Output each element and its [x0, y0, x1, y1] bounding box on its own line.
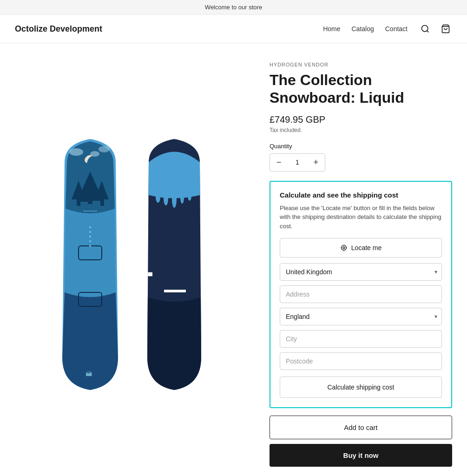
- country-select-wrapper: United Kingdom United States Germany Fra…: [280, 263, 442, 281]
- shipping-calculator: Calculate and see the shipping cost Plea…: [270, 181, 452, 409]
- quantity-control: − 1 +: [270, 153, 325, 172]
- product-images: 🏔: [15, 62, 247, 467]
- svg-point-32: [180, 192, 184, 204]
- quantity-decrease[interactable]: −: [270, 154, 288, 171]
- search-icon: [421, 24, 430, 33]
- calculate-shipping-button[interactable]: Calculate shipping cost: [280, 377, 442, 398]
- svg-point-24: [89, 240, 91, 242]
- svg-point-26: [89, 231, 91, 233]
- banner-text: Welcome to our store: [205, 4, 262, 11]
- svg-point-23: [89, 236, 91, 238]
- country-select[interactable]: United Kingdom United States Germany Fra…: [280, 263, 442, 281]
- product-title: The Collection Snowboard: Liquid: [270, 71, 452, 107]
- site-logo[interactable]: Octolize Development: [15, 24, 102, 34]
- cart-icon: [441, 24, 450, 33]
- svg-text:🏔: 🏔: [86, 370, 92, 377]
- postcode-input[interactable]: [280, 352, 442, 370]
- svg-point-37: [341, 245, 346, 251]
- svg-point-33: [188, 192, 191, 201]
- svg-text:liquid: liquid: [137, 223, 152, 305]
- svg-rect-9: [88, 195, 92, 204]
- buy-now-label: Buy it now: [343, 451, 379, 459]
- product-price: £749.95 GBP: [270, 114, 452, 125]
- quantity-value: 1: [288, 159, 307, 166]
- shipping-calc-description: Please use the 'Locate me' button or fil…: [280, 204, 442, 231]
- quantity-label: Quantity: [270, 143, 452, 150]
- search-button[interactable]: [419, 22, 432, 35]
- tax-note: Tax included.: [270, 127, 452, 133]
- svg-point-20: [69, 148, 83, 156]
- quantity-increase[interactable]: +: [307, 154, 325, 171]
- calculate-shipping-label: Calculate shipping cost: [328, 383, 395, 391]
- nav-catalog[interactable]: Catalog: [351, 25, 374, 33]
- svg-point-29: [156, 192, 160, 203]
- location-icon: [340, 244, 348, 251]
- svg-point-0: [422, 26, 428, 32]
- svg-point-27: [89, 226, 91, 228]
- main-nav: Home Catalog Contact: [323, 25, 408, 33]
- header: Octolize Development Home Catalog Contac…: [0, 15, 467, 43]
- address-input[interactable]: [280, 285, 442, 303]
- nav-contact[interactable]: Contact: [385, 25, 408, 33]
- buy-now-button[interactable]: Buy it now: [270, 444, 452, 467]
- snowboard-image: 🏔: [51, 134, 211, 395]
- top-banner: Welcome to our store: [0, 0, 467, 15]
- add-to-cart-label: Add to cart: [344, 423, 378, 431]
- svg-point-21: [99, 146, 110, 152]
- city-input[interactable]: [280, 330, 442, 348]
- region-select[interactable]: England Scotland Wales Northern Ireland: [280, 308, 442, 325]
- product-detail: HYDROGEN VENDOR The Collection Snowboard…: [270, 62, 452, 467]
- snowboard-left: 🏔: [51, 134, 130, 395]
- nav-home[interactable]: Home: [323, 25, 340, 33]
- snowboard-right: liquid liquid: [137, 134, 211, 395]
- product-vendor: HYDROGEN VENDOR: [270, 62, 452, 67]
- svg-point-36: [343, 247, 345, 249]
- main-content: 🏔: [0, 43, 467, 476]
- header-icons: [419, 22, 452, 35]
- svg-point-30: [164, 192, 168, 205]
- add-to-cart-button[interactable]: Add to cart: [270, 416, 452, 439]
- locate-me-button[interactable]: Locate me: [280, 238, 442, 258]
- region-select-wrapper: England Scotland Wales Northern Ireland …: [280, 308, 442, 325]
- svg-point-22: [90, 151, 99, 157]
- locate-me-label: Locate me: [351, 244, 381, 251]
- svg-rect-11: [100, 198, 104, 206]
- shipping-calc-title: Calculate and see the shipping cost: [280, 191, 442, 199]
- svg-point-25: [89, 245, 91, 247]
- svg-point-31: [172, 191, 177, 208]
- cart-button[interactable]: [439, 22, 452, 35]
- svg-line-1: [427, 31, 429, 33]
- svg-rect-10: [77, 198, 80, 206]
